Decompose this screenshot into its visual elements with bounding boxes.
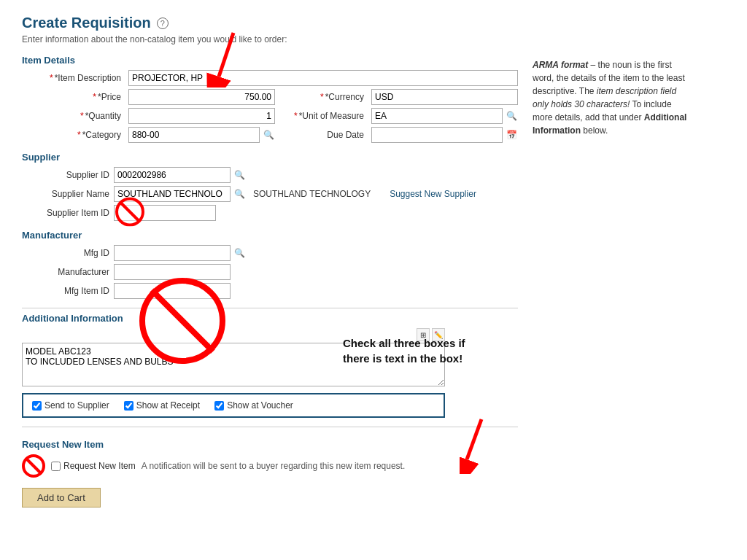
show-at-voucher-label: Show at Voucher [227,400,293,411]
due-date-input[interactable] [371,127,503,143]
quantity-input[interactable] [128,108,275,124]
mfg-item-id-label: Mfg Item ID [22,286,109,296]
category-input[interactable] [128,127,260,143]
show-at-receipt-checkbox-label[interactable]: Show at Receipt [124,400,200,411]
request-new-item-row: Request New Item A notification will be … [22,454,518,478]
price-currency-row: *Price *Currency [22,89,518,105]
request-new-item-checkbox-label-text: Request New Item [63,461,136,471]
request-new-item-section: Request New Item Request New Item A noti… [22,427,518,478]
show-at-receipt-checkbox[interactable] [124,401,133,411]
category-field-group: 🔍 [128,127,275,143]
show-at-voucher-checkbox[interactable] [214,401,224,411]
page-title-row: Create Requisition ? [22,15,518,31]
supplier-header: Supplier [22,152,518,163]
supplier-item-id-label: Supplier Item ID [22,208,109,218]
supplier-item-id-no-symbol-wrapper [114,205,216,221]
sidebar-note: ARMA format – the noun is the first word… [533,15,693,508]
checkboxes-row: Send to Supplier Show at Receipt Show at… [22,393,445,418]
no-symbol-manufacturer [139,277,226,365]
page-title: Create Requisition [22,15,151,31]
currency-label: *Currency [279,92,367,102]
category-label: *Category [22,130,124,140]
request-new-item-header: Request New Item [22,439,518,450]
manufacturer-row: Manufacturer [22,264,518,280]
sidebar-arma-bold: ARMA format [533,60,588,70]
request-new-item-checkbox-label[interactable]: Request New Item [51,461,136,471]
send-to-supplier-label: Send to Supplier [44,400,109,411]
supplier-id-search-icon[interactable]: 🔍 [233,168,246,182]
uom-label: *Unit of Measure [279,111,367,121]
manufacturer-label: Manufacturer [22,267,109,277]
supplier-name-input[interactable] [114,186,231,202]
request-new-item-no-symbol-wrapper [22,454,45,478]
main-content: Create Requisition ? Enter information a… [22,15,518,508]
price-input[interactable] [128,89,275,105]
show-at-voucher-checkbox-label[interactable]: Show at Voucher [214,400,293,411]
quantity-label: *Quantity [22,111,124,121]
supplier-id-label: Supplier ID [22,170,109,180]
calendar-icon[interactable]: 📅 [505,128,518,141]
due-date-field-group: 📅 [371,127,518,143]
supplier-name-label: Supplier Name [22,189,109,199]
supplier-id-field-group: 🔍 [114,167,246,183]
supplier-id-input[interactable] [114,167,231,183]
item-description-label: *Item Description [22,73,124,83]
supplier-name-row: Supplier Name 🔍 SOUTHLAND TECHNOLOGY Sug… [22,186,518,202]
category-search-icon[interactable]: 🔍 [262,128,275,141]
price-label: *Price [22,92,124,102]
item-description-row: *Item Description [22,70,518,86]
supplier-item-id-input[interactable] [114,205,216,221]
send-to-supplier-checkbox-label[interactable]: Send to Supplier [32,400,109,411]
send-to-supplier-checkbox[interactable] [32,401,42,411]
item-details-header: Item Details [22,55,518,66]
request-new-item-desc: A notification will be sent to a buyer r… [142,461,406,471]
supplier-name-search-icon[interactable]: 🔍 [233,187,246,201]
supplier-item-id-row: Supplier Item ID [22,205,518,221]
suggest-new-supplier-link[interactable]: Suggest New Supplier [390,189,476,199]
mfg-item-id-row: Mfg Item ID [22,283,518,299]
supplier-id-row: Supplier ID 🔍 [22,167,518,183]
category-duedate-row: *Category 🔍 Due Date 📅 [22,127,518,143]
currency-input[interactable] [371,89,518,105]
manufacturer-header: Manufacturer [22,230,518,241]
mfg-id-search-icon[interactable]: 🔍 [233,246,246,260]
mfg-id-input[interactable] [114,245,231,261]
supplier-name-display: SOUTHLAND TECHNOLOGY [253,189,371,199]
mfg-id-row: Mfg ID 🔍 [22,245,518,261]
page-subtitle: Enter information about the non-catalog … [22,34,518,44]
supplier-name-field-group: 🔍 [114,186,246,202]
supplier-item-id-group [114,205,216,221]
annotation-check-three: Check all three boxes if there is text i… [343,335,489,366]
due-date-label: Due Date [279,130,367,140]
uom-input[interactable] [371,108,503,124]
request-new-item-checkbox[interactable] [51,462,61,471]
help-icon[interactable]: ? [157,18,169,29]
add-to-cart-button[interactable]: Add to Cart [22,488,101,508]
request-new-item-no-symbol [22,454,45,478]
uom-field-group: 🔍 [371,108,518,124]
quantity-uom-row: *Quantity *Unit of Measure 🔍 [22,108,518,124]
item-description-input[interactable] [128,70,518,86]
mfg-id-label: Mfg ID [22,248,109,258]
sidebar-text3: below. [581,125,608,136]
show-at-receipt-label: Show at Receipt [136,400,200,411]
mfg-id-field-group: 🔍 [114,245,246,261]
additional-info-header: Additional Information [22,308,518,324]
uom-search-icon[interactable]: 🔍 [505,109,518,122]
